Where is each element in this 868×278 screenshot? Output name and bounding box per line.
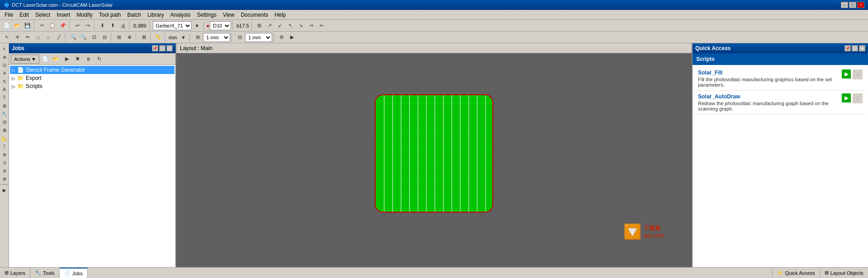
tb-btn-6[interactable]: ⇒: [307, 21, 316, 31]
solar-autodraw-run-button[interactable]: ▶: [842, 93, 851, 102]
qa-close-button[interactable]: ×: [859, 45, 865, 51]
qa-panel-controls[interactable]: 📌 □ ×: [844, 45, 865, 51]
solar-fill-options-button[interactable]: ⋮: [853, 70, 863, 79]
qa-float-button[interactable]: □: [852, 45, 858, 51]
line-tool[interactable]: ╱: [54, 32, 64, 42]
jobs-panel-controls[interactable]: 📌 □ ×: [152, 45, 173, 51]
tree-item-stencil[interactable]: ▷ 📄 Stencil Frame Generator: [10, 66, 175, 74]
tree-expand-stencil[interactable]: ▷: [12, 68, 15, 73]
jobs-refresh-btn[interactable]: ↻: [94, 54, 104, 64]
sidebar-draw[interactable]: A: [1, 86, 8, 93]
zoom-fit-btn[interactable]: ⊡: [89, 32, 99, 42]
sidebar-snap[interactable]: ⊠: [1, 126, 8, 134]
solar-autodraw-options-button[interactable]: ⋮: [853, 93, 863, 103]
grid-btn[interactable]: ⊞: [114, 32, 124, 42]
sidebar-move[interactable]: ✛: [1, 70, 8, 77]
export-button[interactable]: ⬆: [108, 21, 118, 31]
sidebar-grid[interactable]: ⊟: [1, 118, 8, 125]
status-tab-jobs[interactable]: 📄 Jobs: [60, 268, 88, 278]
tb-btn-5[interactable]: ↘: [296, 21, 306, 31]
sidebar-play[interactable]: ▶: [1, 186, 8, 194]
tb-btn-4[interactable]: ↖: [286, 21, 296, 31]
script-item-solar-fill[interactable]: Solar_Fill Fill the photovoltaic manufac…: [694, 67, 866, 91]
jobs-pause-btn[interactable]: ⏸: [84, 54, 94, 64]
menu-settings[interactable]: Settings: [194, 11, 219, 19]
tb-btn-7[interactable]: ⇐: [317, 21, 327, 31]
mm-combo-2[interactable]: 1 mm: [245, 33, 272, 42]
actions-button[interactable]: Actions ▼: [11, 55, 39, 64]
menu-library[interactable]: Library: [145, 11, 167, 19]
menu-toolpath[interactable]: Tool path: [96, 11, 124, 19]
sidebar-cursor[interactable]: ↖: [1, 45, 8, 52]
mm-dropdown[interactable]: ▼: [178, 32, 188, 42]
script-item-solar-autodraw[interactable]: Solar_AutoDraw Redraw the photovoltaic m…: [694, 91, 866, 115]
solar-fill-run-button[interactable]: ▶: [842, 70, 851, 79]
select-tool[interactable]: ↖: [2, 32, 12, 42]
status-tab-tools[interactable]: 🔧 Tools: [30, 268, 60, 278]
jobs-float-button[interactable]: □: [159, 45, 165, 51]
jobs-pin-button[interactable]: 📌: [152, 45, 158, 51]
sidebar-path[interactable]: ⤴: [1, 143, 8, 150]
undo-button[interactable]: ↩: [72, 21, 82, 31]
rect-tool[interactable]: □: [33, 32, 43, 42]
zoom-out-btn[interactable]: 🔍: [79, 32, 89, 42]
new-button[interactable]: 📄: [2, 21, 12, 31]
menu-file[interactable]: File: [2, 11, 16, 19]
save-button[interactable]: 💾: [23, 21, 33, 31]
tree-item-export[interactable]: ▷ 📁 Export: [10, 74, 175, 82]
minimize-button[interactable]: −: [841, 2, 848, 8]
menu-modify[interactable]: Modify: [74, 11, 95, 19]
sidebar-more1[interactable]: ⊙: [1, 159, 8, 166]
sidebar-tools[interactable]: 🔧: [1, 110, 8, 117]
measure-btn[interactable]: 📏: [153, 32, 163, 42]
sidebar-measure[interactable]: 📐: [1, 134, 8, 142]
sidebar-select[interactable]: ⊡: [1, 61, 8, 69]
menu-help[interactable]: Help: [272, 11, 288, 19]
status-tab-layers[interactable]: ⊞ Layers: [0, 268, 30, 278]
jobs-open-btn[interactable]: 📂: [51, 54, 61, 64]
paste-button[interactable]: 📌: [58, 21, 68, 31]
gerber-combo[interactable]: GerberX_71: [153, 21, 192, 30]
menu-batch[interactable]: Batch: [124, 11, 144, 19]
cut-button[interactable]: ✂: [37, 21, 47, 31]
sidebar-text[interactable]: T: [1, 94, 8, 101]
redo-button[interactable]: ↪: [83, 21, 93, 31]
mm-combo-1[interactable]: 1 mm: [203, 33, 230, 42]
maximize-button[interactable]: □: [849, 2, 856, 8]
jobs-stop-btn[interactable]: ✖: [73, 54, 83, 64]
tb-btn-2[interactable]: ↗: [265, 21, 275, 31]
menu-select[interactable]: Select: [33, 11, 53, 19]
copy-button[interactable]: 📋: [47, 21, 57, 31]
sidebar-more3[interactable]: ⊗: [1, 175, 8, 182]
close-button[interactable]: ×: [857, 2, 864, 8]
menu-edit[interactable]: Edit: [17, 11, 32, 19]
sidebar-rotate[interactable]: ↻: [1, 78, 8, 85]
sidebar-layer[interactable]: ⊞: [1, 102, 8, 109]
tb-btn-3[interactable]: ↙: [275, 21, 285, 31]
jobs-run-btn[interactable]: ▶: [62, 54, 72, 64]
move-tool[interactable]: ✛: [12, 32, 22, 42]
import-button[interactable]: ⬇: [97, 21, 107, 31]
snap-btn[interactable]: ⊕: [124, 32, 134, 42]
menu-documents[interactable]: Documents: [238, 11, 271, 19]
layer-toggle[interactable]: ⊠: [139, 32, 149, 42]
tb-btn-1[interactable]: ⊞: [255, 21, 264, 31]
jobs-add-btn[interactable]: 📄: [40, 54, 50, 64]
title-bar-controls[interactable]: − □ ×: [841, 2, 864, 8]
menu-view[interactable]: View: [220, 11, 237, 19]
sidebar-zoom[interactable]: ⊕: [1, 53, 8, 60]
draw-tool[interactable]: ✏: [23, 32, 33, 42]
options-btn[interactable]: ⚙: [277, 32, 287, 42]
circle-tool[interactable]: ○: [43, 32, 53, 42]
status-tab-layout-objects[interactable]: ⊞ Layout Objects: [820, 268, 868, 278]
qa-pin-button[interactable]: 📌: [844, 45, 851, 51]
menu-analysis[interactable]: Analysis: [168, 11, 193, 19]
tree-expand-export[interactable]: ▷: [12, 76, 15, 81]
sidebar-extra[interactable]: ⊕: [1, 151, 8, 158]
zoom-sel-btn[interactable]: ⊟: [99, 32, 109, 42]
zoom-in-btn[interactable]: 🔍: [68, 32, 78, 42]
status-tab-quick-access[interactable]: ⚡ Quick Access: [772, 268, 820, 278]
open-button[interactable]: 📂: [12, 21, 22, 31]
gerber-dropdown[interactable]: ▼: [192, 21, 202, 31]
jobs-close-button[interactable]: ×: [166, 45, 173, 51]
